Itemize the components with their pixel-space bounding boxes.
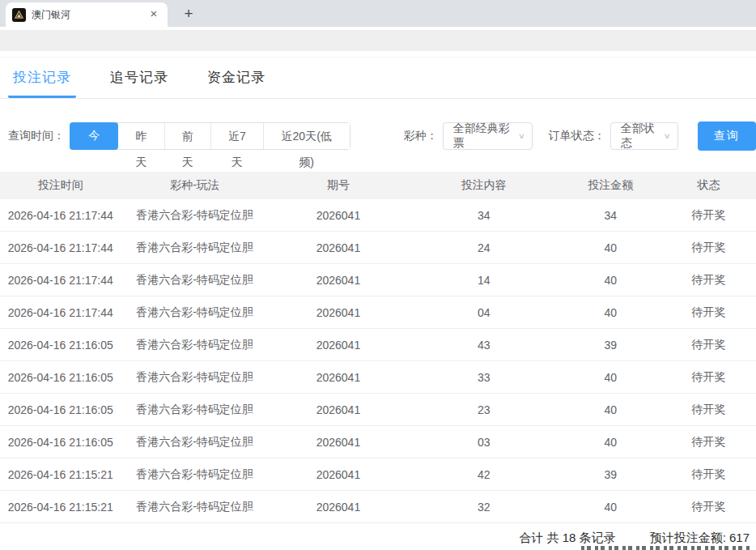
table-cell: 39 <box>559 468 661 481</box>
table-row: 2026-04-16 21:17:44香港六合彩-特码定位胆2026041244… <box>0 232 756 264</box>
table-row: 2026-04-16 21:17:44香港六合彩-特码定位胆2026041144… <box>0 264 756 296</box>
status-filter-label: 订单状态： <box>549 129 605 143</box>
table-cell: 40 <box>559 371 661 384</box>
table-cell: 香港六合彩-特码定位胆 <box>121 338 268 352</box>
browser-tab-bar: 澳门银河 × + <box>0 0 756 27</box>
filter-bar: 查询时间： 今天昨天前天近7天近20天(低频) 彩种： 全部经典彩票 ∨ 订单状… <box>8 122 756 151</box>
column-header: 投注时间 <box>0 178 121 193</box>
query-button[interactable]: 查询 <box>698 122 756 151</box>
column-header: 投注内容 <box>408 178 559 193</box>
table-cell: 2026041 <box>269 209 409 222</box>
records-nav: 投注记录追号记录资金记录 <box>0 58 756 99</box>
tab-fund-records[interactable]: 资金记录 <box>202 58 270 98</box>
table-body: 2026-04-16 21:17:44香港六合彩-特码定位胆2026041343… <box>0 199 756 523</box>
tab-chase-records[interactable]: 追号记录 <box>105 58 173 98</box>
lottery-filter-label: 彩种： <box>404 129 438 143</box>
time-filter-button-2[interactable]: 前天 <box>164 123 210 149</box>
table-cell: 2026041 <box>269 371 409 384</box>
table-row: 2026-04-16 21:17:44香港六合彩-特码定位胆2026041343… <box>0 199 756 232</box>
table-cell: 待开奖 <box>661 403 756 417</box>
table-cell: 2026-04-16 21:16:05 <box>0 436 121 449</box>
table-cell: 待开奖 <box>661 370 756 385</box>
browser-toolbar <box>0 30 756 51</box>
table-row: 2026-04-16 21:15:21香港六合彩-特码定位胆2026041324… <box>0 491 756 523</box>
table-row: 2026-04-16 21:16:05香港六合彩-特码定位胆2026041334… <box>0 361 756 394</box>
table-cell: 40 <box>559 436 661 449</box>
lottery-select[interactable]: 全部经典彩票 ∨ <box>443 122 533 150</box>
table-header-row: 投注时间彩种-玩法期号投注内容投注金额状态 <box>0 172 756 199</box>
table-row: 2026-04-16 21:16:05香港六合彩-特码定位胆2026041234… <box>0 394 756 426</box>
table-cell: 香港六合彩-特码定位胆 <box>121 305 268 320</box>
table-cell: 待开奖 <box>661 338 756 352</box>
table-cell: 2026-04-16 21:16:05 <box>0 371 121 384</box>
table-summary: 合计 共 18 条记录 预计投注金额: 617 <box>0 523 756 546</box>
table-cell: 2026041 <box>269 306 409 319</box>
table-cell: 23 <box>408 403 559 416</box>
plus-icon: + <box>184 5 193 23</box>
table-cell: 2026041 <box>269 339 409 352</box>
table-row: 2026-04-16 21:16:05香港六合彩-特码定位胆2026041433… <box>0 329 756 361</box>
table-cell: 2026041 <box>269 501 409 514</box>
table-cell: 香港六合彩-特码定位胆 <box>121 403 268 417</box>
table-cell: 待开奖 <box>661 435 756 450</box>
time-filter-group: 今天昨天前天近7天近20天(低频) <box>70 122 350 150</box>
total-records-text: 合计 共 18 条记录 <box>519 531 615 546</box>
bet-records-table: 投注时间彩种-玩法期号投注内容投注金额状态 2026-04-16 21:17:4… <box>0 172 756 523</box>
browser-tab-title: 澳门银河 <box>32 8 147 22</box>
table-cell: 待开奖 <box>661 467 756 482</box>
table-cell: 40 <box>559 403 661 416</box>
table-cell: 03 <box>408 436 559 449</box>
tab-bet-records[interactable]: 投注记录 <box>8 58 76 98</box>
table-cell: 香港六合彩-特码定位胆 <box>121 370 268 385</box>
time-filter-label: 查询时间： <box>8 129 65 143</box>
table-cell: 24 <box>408 241 559 254</box>
table-cell: 32 <box>408 501 559 514</box>
table-cell: 2026041 <box>269 436 409 449</box>
table-cell: 2026-04-16 21:15:21 <box>0 501 121 514</box>
table-cell: 2026-04-16 21:16:05 <box>0 339 121 352</box>
table-row: 2026-04-16 21:15:21香港六合彩-特码定位胆2026041423… <box>0 458 756 491</box>
table-cell: 待开奖 <box>661 273 756 288</box>
table-row: 2026-04-16 21:16:05香港六合彩-特码定位胆2026041034… <box>0 426 756 458</box>
time-filter-button-3[interactable]: 近7天 <box>210 123 263 149</box>
browser-tab[interactable]: 澳门银河 × <box>6 2 168 27</box>
galaxy-macau-favicon-icon <box>12 8 26 22</box>
table-cell: 香港六合彩-特码定位胆 <box>121 435 268 450</box>
table-cell: 43 <box>408 339 559 352</box>
time-filter-button-4[interactable]: 近20天(低频) <box>263 123 350 149</box>
status-select-value: 全部状态 <box>621 122 657 151</box>
table-cell: 2026-04-16 21:17:44 <box>0 241 121 254</box>
table-cell: 待开奖 <box>661 500 756 514</box>
table-cell: 40 <box>559 306 661 319</box>
table-cell: 2026-04-16 21:17:44 <box>0 306 121 319</box>
table-cell: 34 <box>559 209 661 222</box>
new-tab-button[interactable]: + <box>177 2 200 25</box>
table-cell: 2026041 <box>269 403 409 416</box>
clipped-next-line-fragment <box>581 546 751 550</box>
table-cell: 待开奖 <box>661 305 756 320</box>
table-cell: 香港六合彩-特码定位胆 <box>121 467 268 482</box>
column-header: 状态 <box>661 178 756 193</box>
chevron-down-icon: ∨ <box>518 131 525 140</box>
table-cell: 香港六合彩-特码定位胆 <box>121 273 268 288</box>
lottery-select-value: 全部经典彩票 <box>453 122 512 151</box>
table-cell: 2026041 <box>269 241 409 254</box>
table-cell: 40 <box>559 501 661 514</box>
time-filter-button-0[interactable]: 今天 <box>70 122 118 150</box>
table-cell: 2026041 <box>269 468 409 481</box>
close-icon[interactable]: × <box>147 7 161 22</box>
column-header: 彩种-玩法 <box>121 178 268 193</box>
table-cell: 04 <box>408 306 559 319</box>
status-select[interactable]: 全部状态 ∨ <box>610 122 678 150</box>
table-cell: 39 <box>559 339 661 352</box>
table-cell: 待开奖 <box>661 241 756 255</box>
chevron-down-icon: ∨ <box>664 131 671 140</box>
column-header: 投注金额 <box>559 178 661 193</box>
table-cell: 2026041 <box>269 274 409 287</box>
estimated-bet-amount-text: 预计投注金额: 617 <box>650 531 750 546</box>
table-cell: 香港六合彩-特码定位胆 <box>121 241 268 255</box>
table-cell: 香港六合彩-特码定位胆 <box>121 208 268 223</box>
time-filter-button-1[interactable]: 昨天 <box>118 123 164 149</box>
table-cell: 2026-04-16 21:17:44 <box>0 209 121 222</box>
table-cell: 2026-04-16 21:15:21 <box>0 468 121 481</box>
